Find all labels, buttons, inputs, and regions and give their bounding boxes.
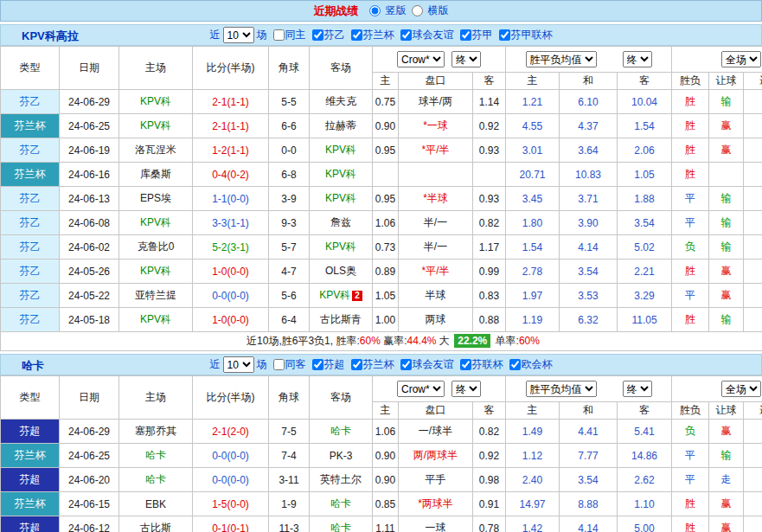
- col-header-type: 类型: [1, 47, 60, 90]
- filter-league-2[interactable]: 球会友谊: [397, 357, 454, 372]
- avg-odds-select[interactable]: 胜平负均值: [526, 381, 597, 397]
- subcol-goal: 进: [744, 73, 762, 90]
- away-team: KPV科: [310, 235, 373, 260]
- corner-count: 7-5: [269, 420, 310, 444]
- corner-count: 1-9: [269, 492, 310, 516]
- filter-league-1[interactable]: 芬兰杯: [348, 357, 394, 372]
- league-checkbox[interactable]: [509, 359, 521, 370]
- final-odds-select-2[interactable]: 终: [623, 381, 652, 397]
- filter-league-4[interactable]: 芬甲联杯: [496, 28, 553, 42]
- filter-league-0[interactable]: 芬超: [309, 357, 345, 372]
- same-away-checkbox[interactable]: [273, 359, 285, 370]
- match-row: 芬兰杯24-06-25KPV科2-1(1-1)6-6拉赫蒂0.90*一球0.92…: [1, 114, 762, 138]
- scope-select[interactable]: 全场: [721, 51, 761, 67]
- filter-league-3[interactable]: 芬甲: [457, 28, 493, 42]
- same-home-checkbox[interactable]: [273, 29, 285, 41]
- handicap-home-odds: 1.00: [373, 308, 399, 332]
- bookmaker-select[interactable]: Crow*: [397, 51, 445, 67]
- home-team: 洛瓦涅米: [119, 138, 193, 163]
- result-cell: 胜: [672, 308, 709, 332]
- handicap-result-cell: 输: [709, 444, 744, 468]
- filter-league-1[interactable]: 芬兰杯: [348, 28, 394, 42]
- match-row: 芬乙24-05-26KPV科1-0(0-0)4-7OLS奥0.89*平/半0.9…: [1, 260, 762, 284]
- league-type: 芬兰杯: [1, 163, 60, 187]
- league-checkbox[interactable]: [400, 359, 412, 370]
- red-card-badge: 2: [352, 291, 362, 301]
- vertical-layout-label[interactable]: 竖版: [386, 3, 407, 18]
- result-cell: 平: [672, 187, 709, 211]
- match-row: 芬乙24-06-13EPS埃1-1(0-0)3-9KPV科0.95*半球0.93…: [1, 187, 762, 211]
- avg-away-odds: 1.10: [618, 492, 672, 516]
- handicap-line: 球半/两: [399, 90, 473, 114]
- avg-away-odds: 10.04: [618, 90, 672, 114]
- recent-count-select[interactable]: 10: [223, 27, 254, 43]
- filter-league-4[interactable]: 欧会杯: [506, 357, 553, 372]
- final-odds-select[interactable]: 终: [451, 51, 481, 67]
- scope-select[interactable]: 全场: [721, 381, 761, 397]
- corner-count: 5-7: [269, 235, 310, 260]
- handicap-away-odds: 0.99: [473, 260, 506, 284]
- handicap-home-odds: 0.75: [373, 90, 399, 114]
- league-checkbox[interactable]: [460, 29, 471, 41]
- filters-haka: 近 10 场 同客 芬超 芬兰杯 球会友谊 芬联杯 欧会杯: [1, 355, 761, 375]
- league-checkbox[interactable]: [400, 29, 412, 41]
- corner-count: 7-4: [269, 444, 310, 468]
- handicap-home-odds: 1.11: [373, 516, 399, 532]
- match-date: 24-06-08: [60, 211, 119, 235]
- filter-league-2[interactable]: 球会友谊: [397, 28, 454, 42]
- avg-home-odds: 1.97: [506, 284, 560, 308]
- handicap-home-odds: [373, 163, 399, 187]
- result-cell: 负: [672, 235, 709, 260]
- match-date: 24-06-29: [60, 420, 119, 444]
- league-checkbox[interactable]: [499, 29, 510, 41]
- avg-away-odds: 3.29: [618, 284, 672, 308]
- corner-count: 0-0: [269, 138, 310, 163]
- league-type: 芬乙: [1, 235, 60, 260]
- avg-away-odds: 1.54: [618, 114, 672, 138]
- avg-away-odds: 2.21: [618, 260, 672, 284]
- league-checkbox[interactable]: [351, 29, 362, 41]
- avg-draw-odds: 3.53: [560, 284, 618, 308]
- avg-away-odds: 2.06: [618, 138, 672, 163]
- handicap-result-cell: 赢: [709, 492, 744, 516]
- col-header-away: 客场: [310, 376, 373, 420]
- bookmaker-select[interactable]: Crow*: [397, 381, 445, 397]
- filter-same-away[interactable]: 同客: [270, 357, 306, 372]
- avg-away-odds: 1.05: [618, 163, 672, 187]
- vertical-layout-radio[interactable]: [369, 5, 381, 16]
- avg-odds-select[interactable]: 胜平负均值: [526, 51, 597, 67]
- league-checkbox[interactable]: [312, 359, 323, 370]
- subcol-avg-home: 主: [506, 73, 560, 90]
- horizontal-layout-label[interactable]: 横版: [428, 3, 449, 18]
- avg-draw-odds: 3.54: [560, 260, 618, 284]
- handicap-result-cell: 赢: [709, 114, 744, 138]
- filter-league-3[interactable]: 芬联杯: [457, 357, 503, 372]
- filter-same-home[interactable]: 同主: [270, 28, 306, 42]
- handicap-away-odds: 0.78: [473, 516, 506, 532]
- match-score: 1-2(1-1): [193, 138, 269, 163]
- away-team: KPV科: [310, 163, 373, 187]
- match-date: 24-06-15: [60, 492, 119, 516]
- handicap-result-cell: 输: [709, 211, 744, 235]
- league-checkbox[interactable]: [351, 359, 362, 370]
- home-team: KPV科: [119, 90, 193, 114]
- horizontal-layout-radio[interactable]: [412, 5, 423, 16]
- avg-draw-odds: 3.64: [560, 138, 618, 163]
- corner-count: 6-6: [269, 114, 310, 138]
- away-team: OLS奥: [310, 260, 373, 284]
- final-odds-select-2[interactable]: 终: [623, 51, 652, 67]
- handicap-line: 半/一: [399, 211, 473, 235]
- handicap-result-cell: 走: [709, 468, 744, 492]
- scope-header-cell: 全场: [672, 376, 762, 402]
- avg-draw-odds: 4.14: [560, 516, 618, 532]
- recent-count-select[interactable]: 10: [223, 356, 254, 373]
- filter-league-0[interactable]: 芬乙: [309, 28, 345, 42]
- final-odds-select[interactable]: 终: [451, 381, 481, 397]
- league-checkbox[interactable]: [460, 359, 471, 370]
- subcol-avg-draw: 和: [560, 402, 618, 420]
- avg-home-odds: 1.42: [506, 516, 560, 532]
- recent-matches-table-haka: 类型 日期 主场 比分(半场) 角球 客场 Crow* 终 胜平负均值 终 全场: [0, 375, 762, 532]
- match-row: 芬兰杯24-06-15EBK1-5(0-0)1-9哈卡0.85*两球半0.911…: [1, 492, 762, 516]
- league-checkbox[interactable]: [312, 29, 323, 41]
- subcol-handicap-result: 让球: [709, 402, 744, 420]
